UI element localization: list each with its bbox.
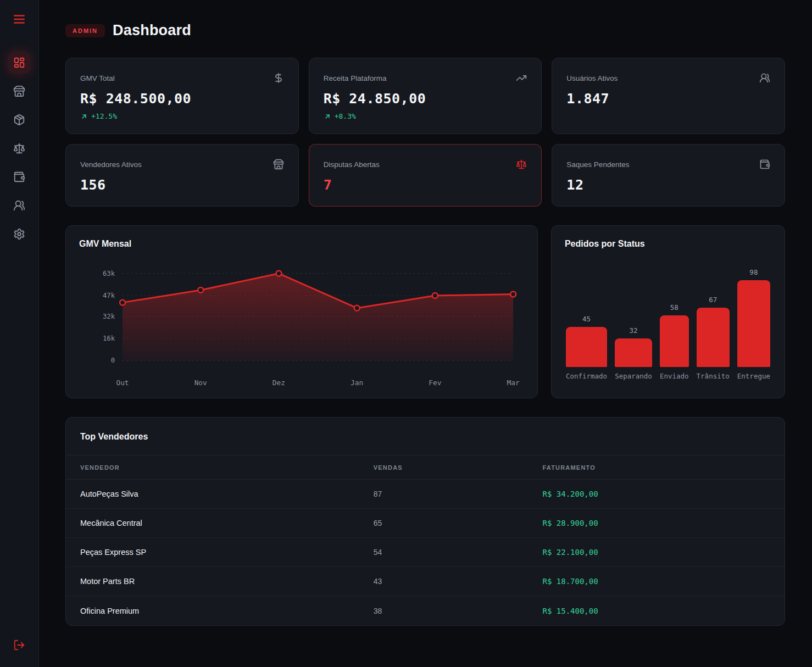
scale-icon (516, 159, 527, 170)
bar-category-label: Trânsito (697, 372, 730, 381)
stat-trend: +8.3% (324, 112, 527, 120)
wallet-icon (13, 171, 25, 183)
chart-title: GMV Mensal (79, 239, 524, 249)
bar-enviado: 58Enviado (660, 259, 689, 381)
pedidos-status-chart-card: Pedidos por Status 45Confirmado32Separan… (551, 225, 785, 398)
stat-card-gmv-total: GMV Total R$ 248.500,00 +12.5% (65, 58, 299, 134)
users-icon (13, 199, 25, 212)
stat-label: Receita Plataforma (324, 74, 387, 82)
stat-card-receita-plataforma: Receita Plataforma R$ 24.850,00 +8.3% (309, 58, 542, 134)
stat-card-vendedores-ativos: Vendedores Ativos 156 (65, 144, 299, 207)
bar-rect (660, 315, 689, 367)
stat-card-disputas-abertas: Disputas Abertas 7 (309, 144, 542, 207)
bar-category-label: Enviado (660, 372, 689, 381)
svg-text:63k: 63k (103, 270, 115, 277)
sidebar-item-store[interactable] (8, 80, 30, 102)
table-row: Motor Parts BR 43 R$ 18.700,00 (66, 567, 785, 596)
stats-grid: GMV Total R$ 248.500,00 +12.5% Receita P… (65, 58, 785, 207)
vendas-count: 87 (374, 490, 543, 498)
faturamento-value: R$ 28.900,00 (543, 519, 770, 527)
svg-text:47k: 47k (103, 292, 115, 299)
sidebar-item-wallet[interactable] (8, 166, 30, 188)
bar-category-label: Entregue (737, 372, 770, 381)
svg-text:0: 0 (111, 357, 115, 364)
column-header-vendas: Vendas (374, 464, 543, 471)
package-icon (13, 114, 25, 126)
arrow-up-right-icon (80, 113, 88, 120)
page-title: Dashboard (113, 22, 191, 39)
bar-value-label: 45 (582, 315, 591, 323)
app-root: ADMIN Dashboard GMV Total R$ 248.500,00 … (0, 0, 812, 667)
faturamento-value: R$ 22.100,00 (543, 548, 770, 557)
vendas-count: 54 (374, 548, 543, 557)
bar-rect (737, 280, 770, 367)
sidebar-item-products[interactable] (8, 109, 30, 131)
sidebar-item-settings[interactable] (8, 223, 30, 245)
pedidos-bar-chart: 45Confirmado32Separando58Enviado67Trânsi… (565, 259, 771, 381)
svg-text:Dez: Dez (272, 379, 285, 387)
table-title: Top Vendedores (66, 418, 785, 455)
table-header-row: Vendedor Vendas Faturamento (66, 455, 785, 480)
stat-card-usuarios-ativos: Usuários Ativos 1.847 (552, 58, 785, 134)
admin-badge: ADMIN (65, 24, 105, 37)
svg-text:Out: Out (116, 379, 129, 387)
svg-text:Fev: Fev (429, 379, 441, 387)
column-header-faturamento: Faturamento (543, 464, 770, 471)
bar-rect (615, 338, 652, 367)
vendedor-name: Mecânica Central (80, 519, 374, 527)
menu-icon[interactable] (12, 12, 26, 26)
bar-value-label: 67 (709, 296, 717, 304)
svg-text:32k: 32k (103, 313, 115, 320)
svg-text:Nov: Nov (194, 379, 207, 387)
gear-icon (13, 228, 25, 240)
arrow-up-right-icon (324, 113, 331, 120)
logout-icon[interactable] (8, 634, 30, 656)
bar-entregue: 98Entregue (737, 259, 770, 381)
main-content: ADMIN Dashboard GMV Total R$ 248.500,00 … (39, 0, 812, 667)
vendas-count: 38 (374, 607, 543, 615)
gmv-line-chart: 016k32k47k63kOutNovDezJanFevMar (79, 254, 524, 391)
sidebar-item-dashboard[interactable] (8, 52, 30, 74)
store-icon (13, 85, 25, 97)
page-header: ADMIN Dashboard (65, 22, 785, 39)
faturamento-value: R$ 15.400,00 (543, 607, 770, 615)
bar-rect (566, 327, 607, 367)
sidebar-item-users[interactable] (8, 194, 30, 216)
users-icon (759, 73, 770, 84)
stat-value: R$ 24.850,00 (324, 91, 527, 107)
table-row: AutoPeças Silva 87 R$ 34.200,00 (66, 480, 785, 509)
bar-value-label: 32 (629, 326, 637, 335)
svg-text:16k: 16k (103, 335, 115, 342)
table-row: Mecânica Central 65 R$ 28.900,00 (66, 509, 785, 538)
bar-rect (697, 308, 730, 367)
stat-trend-value: +8.3% (335, 112, 356, 120)
vendedor-name: Motor Parts BR (80, 577, 374, 586)
top-vendedores-table: Top Vendedores Vendedor Vendas Faturamen… (65, 417, 785, 626)
wallet-icon (759, 159, 770, 170)
stat-value: 156 (80, 177, 284, 193)
sidebar-item-disputes[interactable] (8, 137, 30, 159)
gmv-mensal-chart-card: GMV Mensal 016k32k47k63kOutNovDezJanFevM… (65, 225, 538, 398)
vendedor-name: Peças Express SP (80, 548, 374, 557)
svg-text:Jan: Jan (351, 379, 363, 387)
stat-value: R$ 248.500,00 (80, 91, 284, 107)
svg-text:Mar: Mar (507, 379, 520, 387)
stat-label: Saques Pendentes (566, 160, 629, 169)
bar-confirmado: 45Confirmado (566, 259, 607, 381)
vendedor-name: AutoPeças Silva (80, 490, 374, 498)
vendedor-name: Oficina Premium (80, 607, 374, 615)
sidebar-nav (8, 52, 30, 245)
stat-label: Vendedores Ativos (80, 160, 142, 169)
stat-trend-value: +12.5% (91, 112, 117, 120)
faturamento-value: R$ 34.200,00 (543, 490, 770, 498)
faturamento-value: R$ 18.700,00 (543, 577, 770, 586)
bar-category-label: Confirmado (566, 372, 607, 381)
bar-separando: 32Separando (615, 259, 652, 381)
vendas-count: 43 (374, 577, 543, 586)
stat-value: 7 (324, 177, 527, 193)
stat-label: Usuários Ativos (566, 74, 618, 82)
scale-icon (13, 142, 25, 154)
store-icon (273, 159, 284, 170)
layout-dashboard-icon (13, 57, 25, 69)
stat-label: GMV Total (80, 74, 115, 82)
